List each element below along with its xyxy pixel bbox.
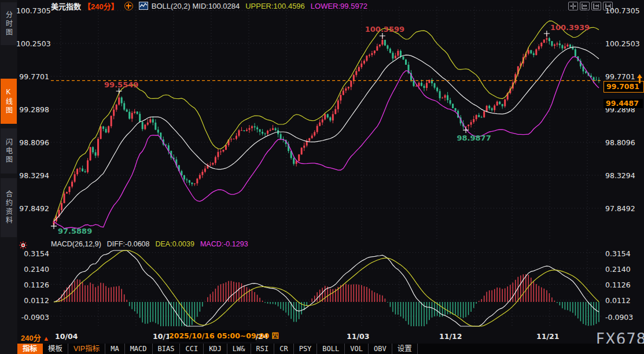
macd-tick-right: 0.3154 [605,249,642,258]
price-tick-left: 99.7701 [16,72,49,81]
macd-tick-left: 0.2140 [16,265,49,274]
price-tick-right: 100.2503 [605,39,642,48]
macd-macd-value: MACD:-0.1293 [200,240,248,249]
macd-tick-left: 0.0112 [16,296,49,305]
sidebar-tab-label: 闪电图 [4,138,14,164]
svg-text:100.3939: 100.3939 [550,23,590,32]
toolbar-tab-boll[interactable]: BOLL [317,344,345,354]
sidebar-tab-contract-info[interactable]: 合约资料 [1,178,17,237]
price-tick-right: 100.7305 [605,6,642,15]
macd-indicator-name: MACD(26,12,9) [51,240,101,249]
toolbar-tab-bias[interactable]: BIAS [153,344,181,354]
toolbar-tab-vip[interactable]: VIP指标 [68,344,105,354]
alert-price-label: 99.4487 [603,99,643,108]
price-tick-left: 100.2503 [16,39,49,48]
candlestick-chart[interactable]: 97.588999.5549100.359998.9877100.3939 [51,6,602,240]
macd-dea-line [54,250,599,326]
svg-text:99.5549: 99.5549 [104,80,138,89]
svg-text:97.5889: 97.5889 [58,227,92,235]
macd-tick-left: -0.0903 [16,313,49,322]
price-tick-right: 97.8492 [605,204,642,213]
macd-tick-right: 0.1126 [605,281,642,289]
toolbar-tab-settings[interactable]: 设置 [392,344,418,354]
sidebar-tab-label: 合约资料 [4,190,14,225]
toolbar-tab-obv[interactable]: OBV [369,344,392,354]
sidebar-tab-lightning[interactable]: 闪电图 [1,128,17,174]
toolbar-tab-psy[interactable]: PSY [294,344,318,354]
price-tick-left: 97.8492 [16,204,49,213]
macd-tick-left: 0.3154 [16,249,49,258]
toolbar-tab-lw[interactable]: LW& [227,344,251,354]
extreme-marker: 100.3599 [365,25,404,39]
extreme-marker: 99.5549 [104,80,138,94]
toolbar-tab-indicator[interactable]: 指标 [17,344,43,354]
price-tick-left: 98.8096 [16,138,49,147]
sidebar-tab-label: 分时图 [4,11,14,37]
toolbar-tab-template[interactable]: 模板 [43,344,68,354]
boll-upper-line [54,21,599,221]
scroll-to-latest-icon[interactable] [636,74,643,84]
macd-tick-left: 0.1126 [16,281,49,289]
macd-tick-right: -0.0903 [605,313,642,322]
sidebar: 分时图 K线图 闪电图 合约资料 [0,0,17,354]
price-tick-right: 98.3294 [605,171,642,180]
toolbar-tab-ma[interactable]: MA [105,344,124,354]
candles [53,34,600,226]
sidebar-tab-timeshare[interactable]: 分时图 [1,2,17,45]
macd-diff-line [54,250,599,326]
x-tick: 11/12 [439,332,462,341]
price-tick-right: 98.8096 [605,138,642,147]
macd-tick-right: 0.2140 [605,265,642,274]
toolbar-tab-macd[interactable]: MACD [125,344,153,354]
extreme-marker: 100.3939 [544,23,590,36]
sidebar-tab-label: K线图 [4,88,14,115]
price-tick-left: 100.7305 [16,6,49,15]
period-arrow-icon: ▲ [43,335,49,342]
macd-chart[interactable] [51,249,602,328]
macd-header: MACD(26,12,9) DIFF:-0.0608 DEA:0.0039 MA… [51,240,248,249]
period-selector[interactable]: 240分 ▲ [21,332,49,343]
toolbar-tab-vol[interactable]: VOL [345,344,369,354]
x-tick: 11/21 [536,332,559,341]
svg-text:100.3599: 100.3599 [365,25,404,34]
macd-tick-right: 0.0112 [605,296,642,305]
toolbar-tab-cci[interactable]: CCI [180,344,204,354]
period-text: 240分 [21,334,41,342]
x-tick: 11/03 [347,332,369,341]
extreme-marker: 98.9877 [457,127,491,142]
hover-datetime-tooltip: 2025/10/16 05:00~09:00 四 [169,330,256,342]
macd-dea-value: DEA:0.0039 [155,240,194,249]
x-tick: 10/04 [55,332,78,341]
svg-text:98.9877: 98.9877 [457,134,491,142]
toolbar-tab-kdj[interactable]: KDJ [204,344,227,354]
x-axis-row: 240分 ▲ 10/04 10/15 10/24 11/03 11/12 11/… [17,329,644,344]
toolbar-tab-rsi[interactable]: RSI [251,344,275,354]
indicator-toolbar: 指标 模板 VIP指标 MA MACD BIAS CCI KDJ LW& RSI… [17,344,644,354]
sidebar-tab-kline[interactable]: K线图 [1,79,17,124]
macd-diff-value: DIFF:-0.0608 [107,240,150,249]
toolbar-tab-cr[interactable]: CR [274,344,293,354]
price-tick-left: 99.2898 [16,105,49,114]
trading-terminal: 分时图 K线图 闪电图 合约资料 美元指数 【240分】 BOLL(20,2) … [0,0,644,354]
price-tick-left: 98.3294 [16,171,49,180]
alert-blink-icon [19,241,27,249]
